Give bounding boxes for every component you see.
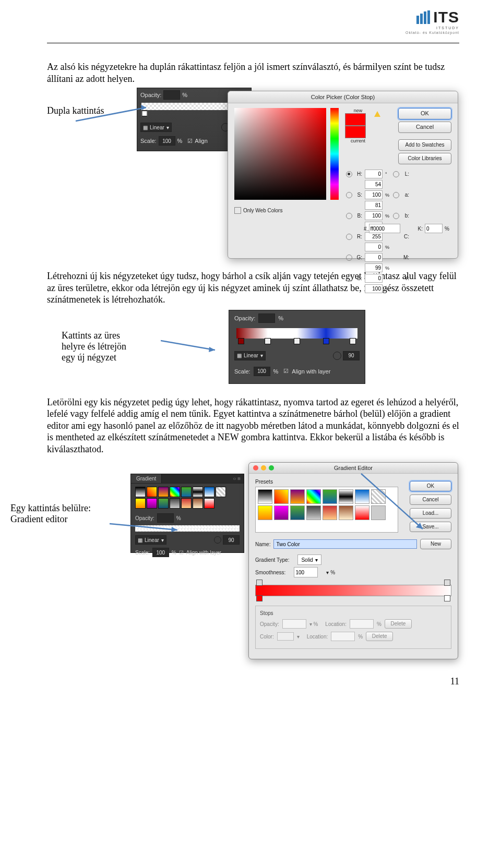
gradient-type-select[interactable]: Solid ▾	[297, 554, 321, 565]
window-traffic-lights[interactable]	[253, 465, 274, 471]
callout-gradient-editor: Egy kattintás belülre: Gradient editor	[10, 503, 125, 525]
angle-input[interactable]	[343, 351, 360, 360]
l-input[interactable]	[365, 180, 383, 189]
figure-gradient-editor: Egy kattintás belülre: Gradient editor G…	[47, 462, 459, 660]
gradient-edit-bar[interactable]	[255, 585, 451, 596]
add-to-swatches-button[interactable]: Add to Swatches	[398, 139, 451, 151]
gradient-type-dropdown[interactable]: ▦ Linear ▾	[140, 123, 172, 132]
new-color-swatch[interactable]	[345, 113, 366, 126]
opacity-stop[interactable]	[256, 580, 263, 586]
stop-location-input-2[interactable]	[331, 632, 355, 641]
gradient-type-dropdown[interactable]: ▦ Linear ▾	[135, 535, 166, 545]
gradient-name-input[interactable]	[273, 539, 417, 549]
tab-gradient[interactable]: Gradient	[131, 474, 161, 483]
gradient-knob-row[interactable]	[236, 339, 357, 345]
h-input[interactable]	[365, 170, 383, 178]
angle-dial-icon[interactable]	[214, 536, 221, 544]
opacity-input[interactable]	[258, 314, 275, 323]
save-button[interactable]: Save...	[410, 522, 451, 532]
svg-line-2	[161, 341, 215, 350]
color-stop[interactable]	[444, 595, 450, 601]
r-radio[interactable]	[346, 234, 352, 240]
l-radio[interactable]	[393, 171, 399, 177]
logo-sub: ITSTUDY	[405, 26, 459, 30]
gradient-type-dropdown[interactable]: ▦ Linear ▾	[234, 351, 266, 360]
stop-color-swatch[interactable]	[277, 632, 294, 641]
s-input[interactable]	[365, 190, 383, 199]
logo-tagline: Oktató- és Kutatóközpont	[405, 31, 459, 34]
bch-input[interactable]	[365, 274, 383, 283]
s-radio[interactable]	[346, 192, 352, 198]
gradient-editor-title: Gradient Editor	[249, 463, 458, 474]
stop-knob[interactable]	[142, 111, 148, 116]
load-button[interactable]: Load...	[410, 508, 451, 519]
gradient-bar[interactable]	[236, 328, 357, 339]
presets-grid[interactable]	[255, 487, 398, 533]
color-picker-dialog: Color Picker (Color Stop) new current OK…	[228, 91, 458, 259]
ok-button[interactable]: OK	[398, 108, 451, 119]
only-web-colors[interactable]: Only Web Colors	[234, 207, 282, 214]
cancel-button[interactable]: Cancel	[410, 495, 451, 505]
color-picker-title: Color Picker (Color Stop)	[228, 91, 458, 103]
scale-label: Scale:	[234, 368, 250, 375]
c-input[interactable]	[365, 243, 383, 251]
opacity-input[interactable]	[163, 90, 180, 100]
b-radio[interactable]	[346, 213, 352, 219]
angle-dial-icon[interactable]	[333, 352, 341, 360]
callout-dupla-kattintas: Dupla kattintás	[47, 105, 104, 116]
r-input[interactable]	[365, 232, 383, 241]
align-label: Align with layer	[292, 368, 330, 375]
h-radio[interactable]	[346, 171, 352, 177]
stop-knob[interactable]	[238, 338, 244, 344]
stop-knob[interactable]	[323, 338, 329, 344]
logo-text: ITS	[433, 8, 459, 26]
g-input[interactable]	[365, 253, 383, 262]
scale-input[interactable]	[152, 548, 169, 557]
stop-knob[interactable]	[350, 338, 356, 344]
stop-opacity-input[interactable]	[282, 619, 306, 629]
hex-input[interactable]	[369, 224, 400, 233]
opacity-unit: %	[182, 92, 187, 98]
y-input[interactable]	[365, 284, 383, 293]
stop-knob[interactable]	[265, 338, 271, 344]
hue-slider[interactable]	[330, 108, 339, 200]
scale-label: Scale:	[140, 138, 157, 144]
stop-knob[interactable]	[294, 338, 300, 344]
new-button[interactable]: New	[420, 539, 451, 549]
figure-color-picker: Dupla kattintás Opacity: % ▦ Linear ▾	[47, 88, 459, 261]
scale-input[interactable]	[254, 367, 270, 376]
stop-location-input[interactable]	[350, 619, 374, 629]
arrow-overlay-2	[161, 331, 218, 363]
opacity-stop[interactable]	[444, 580, 450, 586]
gradient-bar[interactable]	[135, 525, 240, 532]
smoothness-label: Smoothness:	[255, 570, 285, 575]
hex-row: # K: %	[364, 224, 449, 233]
k-input[interactable]	[425, 224, 443, 233]
a-input[interactable]	[365, 201, 383, 210]
bv-input[interactable]	[365, 211, 383, 220]
cancel-button[interactable]: Cancel	[398, 122, 451, 133]
header-rule	[47, 43, 459, 43]
color-field[interactable]	[234, 108, 326, 200]
color-libraries-button[interactable]: Color Libraries	[398, 153, 451, 164]
smoothness-input[interactable]	[294, 567, 318, 577]
opacity-input[interactable]	[157, 513, 174, 523]
g-radio[interactable]	[346, 255, 352, 261]
delete-stop-button[interactable]: Delete	[366, 632, 393, 641]
its-logo: ITS ITSTUDY Oktató- és Kutatóközpont	[405, 8, 459, 34]
opacity-label: Opacity:	[234, 315, 255, 321]
current-color-swatch[interactable]	[345, 126, 366, 138]
bch-radio[interactable]	[346, 275, 352, 282]
paragraph-3: Letörölni egy kis négyzetet pedig úgy le…	[47, 396, 459, 455]
delete-stop-button[interactable]: Delete	[385, 619, 412, 629]
a-radio[interactable]	[393, 192, 399, 198]
align-label: Align	[195, 138, 207, 144]
color-stop[interactable]	[256, 595, 263, 601]
lab-b-radio[interactable]	[393, 213, 399, 219]
m-input[interactable]	[365, 263, 383, 272]
scale-input[interactable]	[159, 136, 175, 146]
gamut-warning-icon[interactable]	[374, 111, 380, 117]
angle-input[interactable]	[223, 535, 240, 545]
ok-button[interactable]: OK	[410, 481, 451, 491]
left-presets-grid[interactable]	[135, 487, 240, 509]
